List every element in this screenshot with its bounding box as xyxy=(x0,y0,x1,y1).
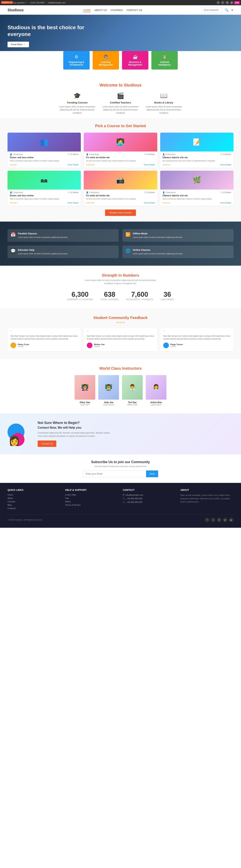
footer-link-about[interactable]: About xyxy=(7,497,13,499)
footer-help-list: Lorem Help Faq About Terms of Service xyxy=(65,494,118,506)
footer-twitter-icon[interactable]: t xyxy=(211,518,215,522)
stat-courses: 638 TOTAL COURSES xyxy=(101,290,118,301)
course-body: 👤 3 Instructors ⏱ 10 Weeks It's enim ad … xyxy=(84,190,157,206)
facebook-icon[interactable]: f xyxy=(216,1,220,4)
course-link[interactable]: Know Details xyxy=(220,202,231,204)
feature-online: 🌐 Online Classes Lorem ipsum dolor sit a… xyxy=(123,246,234,258)
course-weeks: ⏱ 10 Weeks xyxy=(68,191,78,193)
course-title: Ullamco laboris nisi uts xyxy=(163,156,231,159)
topbar-social: f t in g+ xyxy=(216,1,234,4)
feature-trending-title: Trending Courses xyxy=(58,101,96,104)
footer-help-link-1[interactable]: Lorem Help xyxy=(65,494,76,496)
hero-button[interactable]: Know More → xyxy=(7,42,29,47)
course-meta: 👤 2 Instructors ⏱ 10 Weeks xyxy=(10,191,78,193)
testimonials-section: Student Community Feedback ★★★★★ " Nam l… xyxy=(0,308,241,359)
subscribe-title: Subscribe Us to join our Community xyxy=(7,460,234,464)
course-meta: 👤 2 Instructors ⏱ 10 Weeks xyxy=(163,191,231,193)
stats-grid: 6,300 LEARNERS & COUNTING 638 TOTAL COUR… xyxy=(7,290,234,301)
twitter-icon[interactable]: t xyxy=(221,1,225,4)
test-author-3: Paige Turner Student xyxy=(163,343,231,348)
browse-btn-wrap: Browse more courses xyxy=(7,210,234,216)
footer-link-home[interactable]: Home xyxy=(7,494,13,496)
category-engineering[interactable]: ⚙ Engineering & Architecture xyxy=(63,51,90,69)
footer-linkedin-icon[interactable]: in xyxy=(217,518,221,522)
course-weeks: ⏱ 10 Weeks xyxy=(220,153,231,155)
theme-icon[interactable]: ☀ xyxy=(231,8,234,12)
category-business[interactable]: ☕ Business & Management xyxy=(122,51,148,69)
stat-students-number: 7,600 xyxy=(126,290,153,299)
subscribe-input[interactable] xyxy=(83,470,146,477)
course-link[interactable]: Know Details xyxy=(144,202,155,204)
stat-learners-number: 6,300 xyxy=(67,290,93,299)
arrow-icon: → xyxy=(23,43,26,46)
feature-trending-desc: Lorem ipsum dolor sit amet consectetur a… xyxy=(58,105,96,115)
subscribe-button[interactable]: Send xyxy=(146,470,158,477)
feature-flexible: 📅 Flexible Classes Lorem ipsum dolor sit… xyxy=(7,229,118,242)
feature-books: 📖 Books & Library Lorem ipsum dolor sit … xyxy=(145,92,183,115)
educator-icon: 💬 xyxy=(10,249,15,253)
footer-quick-links: QUICK LINKS Home About Courses Blog Cont… xyxy=(7,489,61,510)
course-link[interactable]: Know Details xyxy=(144,164,155,166)
instructor-role-2: Lead Lesson xyxy=(98,404,119,406)
footer-help-link-2[interactable]: Faq xyxy=(65,497,69,499)
linkedin-icon[interactable]: in xyxy=(226,1,229,4)
course-desc: Ut enim ad minim veniam quis nostrud lab… xyxy=(86,198,155,200)
test-name-1: Patsy Cruis xyxy=(18,343,29,345)
category-ai[interactable]: ⏳ Artificial Intelligence xyxy=(151,51,178,69)
feature-books-title: Books & Library xyxy=(145,101,183,104)
stat-learners: 6,300 LEARNERS & COUNTING xyxy=(67,290,93,301)
course-link[interactable]: Know Details xyxy=(68,164,78,166)
course-link[interactable]: Know Details xyxy=(220,164,231,166)
course-footer: ★★★★☆ Know Details xyxy=(163,202,231,204)
feature-offline-title: Offline Mode xyxy=(133,232,183,235)
instructor-name-1: Olive Yew xyxy=(75,401,95,404)
quote-icon-1: " xyxy=(10,331,78,333)
search-input[interactable] xyxy=(202,7,222,12)
cta-button[interactable]: Contact Us xyxy=(38,440,56,447)
feature-educator-text: Educator Help Lorem ipsum dolor sit amet… xyxy=(18,249,68,255)
googleplus-icon[interactable]: g+ xyxy=(230,1,234,4)
books-icon: 📖 xyxy=(145,92,183,99)
stat-learners-label: LEARNERS & COUNTING xyxy=(67,299,93,301)
features-banner: 📅 Flexible Classes Lorem ipsum dolor sit… xyxy=(0,222,241,266)
course-image: 📸 High $45 xyxy=(84,171,157,190)
instructor-name-3: Teri Dac xyxy=(122,401,143,404)
browse-more-button[interactable]: Browse more courses xyxy=(105,210,136,216)
course-weeks: ⏱ 10 Weeks xyxy=(220,191,231,193)
footer-googleplus-icon[interactable]: g+ xyxy=(223,518,228,522)
instructor-4: 👩‍💼 Anton Brie Lead Lesson xyxy=(146,375,166,406)
nav-courses[interactable]: COURSES xyxy=(111,9,123,11)
search-icon[interactable]: 🔍 xyxy=(225,8,229,12)
course-body: 👤 3 Instructors ⏱ 10 Weeks It's enim ad … xyxy=(84,152,157,168)
instructor-1: 👩‍🏫 Olive Yew Lead Tutor xyxy=(75,375,95,406)
feature-trending: 🎓 Trending Courses Lorem ipsum dolor sit… xyxy=(58,92,96,115)
site-logo[interactable]: Studious xyxy=(7,8,24,12)
footer-link-blog[interactable]: Blog xyxy=(7,504,12,506)
course-link[interactable]: Know Details xyxy=(68,202,78,204)
testimonial-1: " Nam liber tempor cum soluta nobis elig… xyxy=(7,328,81,351)
course-teacher: 👤 2 Instructors xyxy=(163,153,176,155)
footer-help-support: HELP & SUPPORT Lorem Help Faq About Term… xyxy=(65,489,118,510)
topbar-email: info@example.com xyxy=(48,1,66,4)
category-learning[interactable]: 📚 Learning Management xyxy=(93,51,119,69)
footer-help-link-3[interactable]: About xyxy=(65,500,71,503)
footer-facebook-icon[interactable]: f xyxy=(205,518,209,522)
footer-about: ABOUT Nam at velit vulputate, cursus lor… xyxy=(180,489,234,510)
hero-section: Studious is the best choice for everyone… xyxy=(0,15,241,57)
engineering-icon: ⚙ xyxy=(66,55,88,59)
course-card: 🏘 Intermediate $40 👤 2 Instructors ⏱ 10 … xyxy=(7,171,81,206)
footer-link-contacts[interactable]: Contacts xyxy=(7,507,15,509)
course-meta: 👤 3 Instructors ⏱ 10 Weeks xyxy=(86,153,155,155)
course-teacher: 👤 2 Instructors xyxy=(163,191,176,193)
footer-link-courses[interactable]: Courses xyxy=(7,500,15,503)
nav-home[interactable]: HOME xyxy=(83,9,91,12)
course-desc: Sed is consectur dipiscing ut labore et … xyxy=(10,198,78,200)
course-body: 👤 2 Instructors ⏱ 10 Weeks Donec sed teu… xyxy=(7,190,81,206)
nav-contact[interactable]: CONTACT US xyxy=(127,9,142,11)
instructor-role-1: Lead Tutor xyxy=(75,404,95,406)
cta-desc: Consectetur adipiscing elit. Aenean comm… xyxy=(38,431,113,437)
nav-about[interactable]: ABOUT US xyxy=(94,9,107,11)
footer-youtube-icon[interactable]: ▶ xyxy=(229,518,234,522)
footer-help-link-4[interactable]: Terms of Service xyxy=(65,504,80,506)
course-title: It's enim ad minim ate xyxy=(86,156,155,159)
